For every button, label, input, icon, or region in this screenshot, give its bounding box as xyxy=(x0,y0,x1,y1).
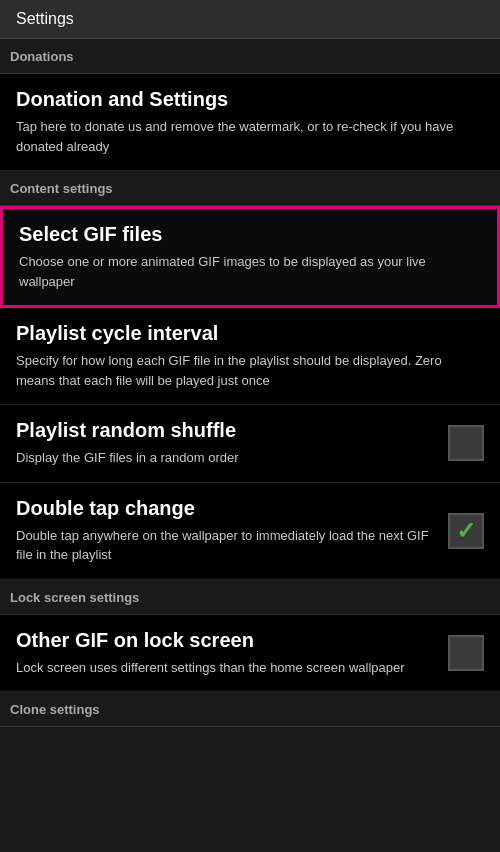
settings-item-content-playlist-random-shuffle: Playlist random shuffleDisplay the GIF f… xyxy=(16,419,438,468)
settings-item-title-double-tap-change: Double tap change xyxy=(16,497,438,520)
settings-item-description-playlist-cycle-interval: Specify for how long each GIF file in th… xyxy=(16,351,484,390)
section-header-donations: Donations xyxy=(0,39,500,74)
settings-item-other-gif-lock-screen[interactable]: Other GIF on lock screenLock screen uses… xyxy=(0,615,500,693)
title-bar-text: Settings xyxy=(16,10,74,27)
settings-item-title-playlist-random-shuffle: Playlist random shuffle xyxy=(16,419,438,442)
settings-item-content-double-tap-change: Double tap changeDouble tap anywhere on … xyxy=(16,497,438,565)
settings-item-double-tap-change[interactable]: Double tap changeDouble tap anywhere on … xyxy=(0,483,500,580)
checkmark-icon: ✓ xyxy=(456,517,476,545)
section-header-label-content-settings: Content settings xyxy=(10,181,113,196)
settings-item-description-playlist-random-shuffle: Display the GIF files in a random order xyxy=(16,448,438,468)
section-header-lock-screen-settings: Lock screen settings xyxy=(0,580,500,615)
settings-item-description-other-gif-lock-screen: Lock screen uses different settings than… xyxy=(16,658,438,678)
settings-item-description-donation-settings: Tap here to donate us and remove the wat… xyxy=(16,117,484,156)
settings-item-title-playlist-cycle-interval: Playlist cycle interval xyxy=(16,322,484,345)
section-header-label-donations: Donations xyxy=(10,49,74,64)
section-header-clone-settings: Clone settings xyxy=(0,692,500,727)
section-header-content-settings: Content settings xyxy=(0,171,500,206)
settings-item-playlist-random-shuffle[interactable]: Playlist random shuffleDisplay the GIF f… xyxy=(0,405,500,483)
title-bar: Settings xyxy=(0,0,500,39)
settings-item-content-select-gif-files: Select GIF filesChoose one or more anima… xyxy=(19,223,481,291)
section-header-label-clone-settings: Clone settings xyxy=(10,702,100,717)
settings-item-title-donation-settings: Donation and Settings xyxy=(16,88,484,111)
section-header-label-lock-screen-settings: Lock screen settings xyxy=(10,590,139,605)
settings-item-title-other-gif-lock-screen: Other GIF on lock screen xyxy=(16,629,438,652)
settings-item-select-gif-files[interactable]: Select GIF filesChoose one or more anima… xyxy=(0,206,500,308)
checkbox-double-tap-change[interactable]: ✓ xyxy=(448,513,484,549)
settings-item-description-select-gif-files: Choose one or more animated GIF images t… xyxy=(19,252,481,291)
settings-item-content-other-gif-lock-screen: Other GIF on lock screenLock screen uses… xyxy=(16,629,438,678)
settings-item-description-double-tap-change: Double tap anywhere on the wallpaper to … xyxy=(16,526,438,565)
settings-item-donation-settings[interactable]: Donation and SettingsTap here to donate … xyxy=(0,74,500,171)
settings-item-content-playlist-cycle-interval: Playlist cycle intervalSpecify for how l… xyxy=(16,322,484,390)
checkbox-playlist-random-shuffle[interactable] xyxy=(448,425,484,461)
settings-item-playlist-cycle-interval[interactable]: Playlist cycle intervalSpecify for how l… xyxy=(0,308,500,405)
settings-item-title-select-gif-files: Select GIF files xyxy=(19,223,481,246)
settings-item-content-donation-settings: Donation and SettingsTap here to donate … xyxy=(16,88,484,156)
checkbox-other-gif-lock-screen[interactable] xyxy=(448,635,484,671)
